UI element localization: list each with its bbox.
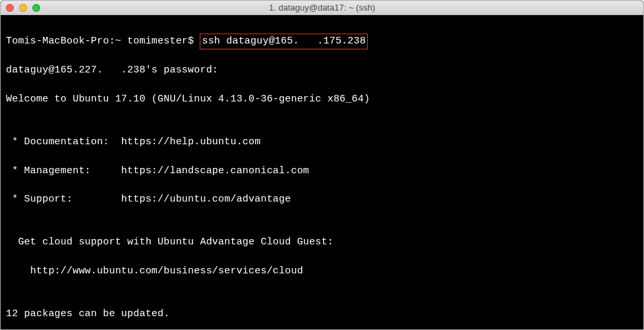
titlebar: 1. dataguy@data17: ~ (ssh) xyxy=(1,1,643,15)
terminal-line: * Documentation: https://help.ubuntu.com xyxy=(6,135,638,150)
terminal-body[interactable]: Tomis-MacBook-Pro:~ tomimester$ ssh data… xyxy=(1,15,643,330)
terminal-line: http://www.ubuntu.com/business/services/… xyxy=(6,264,638,279)
traffic-lights xyxy=(1,4,40,12)
terminal-line: * Management: https://landscape.canonica… xyxy=(6,164,638,179)
terminal-line: * Support: https://ubuntu.com/advantage xyxy=(6,192,638,207)
terminal-line: dataguy@165.227. .238's password: xyxy=(6,63,638,78)
terminal-line: 12 packages can be updated. xyxy=(6,307,638,321)
shell-prompt: Tomis-MacBook-Pro:~ tomimester$ xyxy=(6,36,194,47)
terminal-line: Get cloud support with Ubuntu Advantage … xyxy=(6,235,638,250)
close-icon[interactable] xyxy=(6,4,14,12)
maximize-icon[interactable] xyxy=(32,4,40,12)
minimize-icon[interactable] xyxy=(19,4,27,12)
highlighted-command: ssh dataguy@165. .175.238 xyxy=(200,34,367,49)
window-title: 1. dataguy@data17: ~ (ssh) xyxy=(1,3,643,13)
terminal-line: Welcome to Ubuntu 17.10 (GNU/Linux 4.13.… xyxy=(6,92,638,107)
terminal-line: Tomis-MacBook-Pro:~ tomimester$ ssh data… xyxy=(6,34,638,49)
terminal-window: 1. dataguy@data17: ~ (ssh) Tomis-MacBook… xyxy=(0,0,644,330)
